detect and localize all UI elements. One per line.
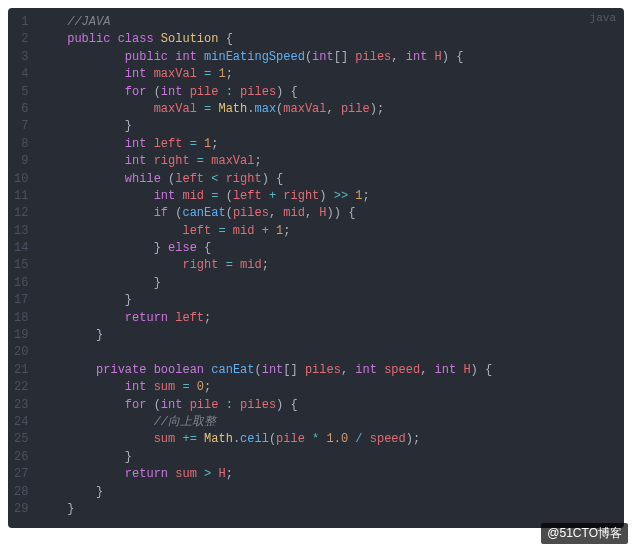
code-lines[interactable]: //JAVA public class Solution { public in… <box>38 14 624 518</box>
code-line[interactable]: return sum > H; <box>38 466 624 483</box>
token-builtin: Math <box>204 432 233 446</box>
token-type: boolean <box>154 363 204 377</box>
line-number: 22 <box>14 379 28 396</box>
token-op: / <box>355 432 362 446</box>
token-punc: } <box>125 450 132 464</box>
code-line[interactable]: if (canEat(piles, mid, H)) { <box>38 205 624 222</box>
token-kw: public <box>125 50 168 64</box>
code-line[interactable]: sum += Math.ceil(pile * 1.0 / speed); <box>38 431 624 448</box>
line-number: 9 <box>14 153 28 170</box>
code-line[interactable]: //JAVA <box>38 14 624 31</box>
token-punc: ) <box>262 172 269 186</box>
token-comment: //向上取整 <box>154 415 216 429</box>
token-var: mid <box>283 206 305 220</box>
code-line[interactable]: } <box>38 484 624 501</box>
code-line[interactable]: int left = 1; <box>38 136 624 153</box>
token-method: minEatingSpeed <box>204 50 305 64</box>
token-plain <box>218 398 225 412</box>
token-plain <box>254 224 261 238</box>
code-line[interactable] <box>38 344 624 361</box>
token-punc: ) <box>334 206 341 220</box>
token-punc: { <box>485 363 492 377</box>
code-line[interactable]: for (int pile : piles) { <box>38 84 624 101</box>
token-plain <box>67 258 182 272</box>
token-var: left <box>182 224 211 238</box>
token-punc: , <box>391 50 398 64</box>
token-plain <box>197 102 204 116</box>
token-num: 1.0 <box>327 432 349 446</box>
token-type: int <box>355 363 377 377</box>
code-line[interactable]: } <box>38 118 624 135</box>
token-type: int <box>435 363 457 377</box>
line-number: 29 <box>14 501 28 518</box>
token-kw: class <box>118 32 154 46</box>
code-line[interactable]: while (left < right) { <box>38 171 624 188</box>
token-plain <box>283 398 290 412</box>
code-line[interactable]: //向上取整 <box>38 414 624 431</box>
code-line[interactable]: int right = maxVal; <box>38 153 624 170</box>
token-op: : <box>226 398 233 412</box>
code-line[interactable]: } <box>38 449 624 466</box>
code-line[interactable]: } <box>38 327 624 344</box>
token-var: right <box>154 154 190 168</box>
token-plain <box>427 363 434 377</box>
token-plain <box>67 102 153 116</box>
code-line[interactable]: maxVal = Math.max(maxVal, pile); <box>38 101 624 118</box>
token-kw: for <box>125 398 147 412</box>
token-plain <box>67 67 125 81</box>
code-line[interactable]: public int minEatingSpeed(int[] piles, i… <box>38 49 624 66</box>
token-type: int <box>125 67 147 81</box>
token-op: + <box>269 189 276 203</box>
code-line[interactable]: left = mid + 1; <box>38 223 624 240</box>
token-plain <box>327 189 334 203</box>
token-var: piles <box>240 85 276 99</box>
token-punc: . <box>233 432 240 446</box>
token-op: + <box>262 224 269 238</box>
code-line[interactable]: int sum = 0; <box>38 379 624 396</box>
token-var: sum <box>154 380 176 394</box>
code-line[interactable]: } else { <box>38 240 624 257</box>
language-label: java <box>590 12 616 24</box>
token-class: Solution <box>161 32 219 46</box>
token-param: piles <box>355 50 391 64</box>
code-line[interactable]: private boolean canEat(int[] piles, int … <box>38 362 624 379</box>
token-punc: { <box>291 398 298 412</box>
token-var: H <box>218 467 225 481</box>
token-param: piles <box>305 363 341 377</box>
token-punc: { <box>348 206 355 220</box>
code-line[interactable]: } <box>38 292 624 309</box>
token-op: >> <box>334 189 348 203</box>
token-kw: else <box>168 241 197 255</box>
code-line[interactable]: return left; <box>38 310 624 327</box>
line-number: 18 <box>14 310 28 327</box>
token-builtin: Math <box>218 102 247 116</box>
token-punc: ) <box>442 50 449 64</box>
token-var: maxVal <box>154 102 197 116</box>
token-plain <box>67 485 96 499</box>
token-type: int <box>406 50 428 64</box>
token-op: : <box>226 85 233 99</box>
token-kw: return <box>125 467 168 481</box>
code-line[interactable]: } <box>38 275 624 292</box>
token-plain <box>182 137 189 151</box>
code-line[interactable]: } <box>38 501 624 518</box>
token-op: = <box>226 258 233 272</box>
code-line[interactable]: int maxVal = 1; <box>38 66 624 83</box>
code-line[interactable]: int mid = (left + right) >> 1; <box>38 188 624 205</box>
line-number-gutter: 1234567891011121314151617181920212223242… <box>8 14 38 518</box>
code-line[interactable]: public class Solution { <box>38 31 624 48</box>
token-op: = <box>197 154 204 168</box>
token-punc: ; <box>204 380 211 394</box>
token-plain <box>319 432 326 446</box>
code-line[interactable]: for (int pile : piles) { <box>38 397 624 414</box>
token-plain <box>67 119 125 133</box>
token-kw: public <box>67 32 110 46</box>
token-punc: [] <box>283 363 297 377</box>
token-kw: private <box>96 363 146 377</box>
token-plain <box>67 50 125 64</box>
code-line[interactable]: right = mid; <box>38 257 624 274</box>
token-plain <box>67 172 125 186</box>
token-type: int <box>161 85 183 99</box>
token-kw: while <box>125 172 161 186</box>
token-plain <box>146 85 153 99</box>
